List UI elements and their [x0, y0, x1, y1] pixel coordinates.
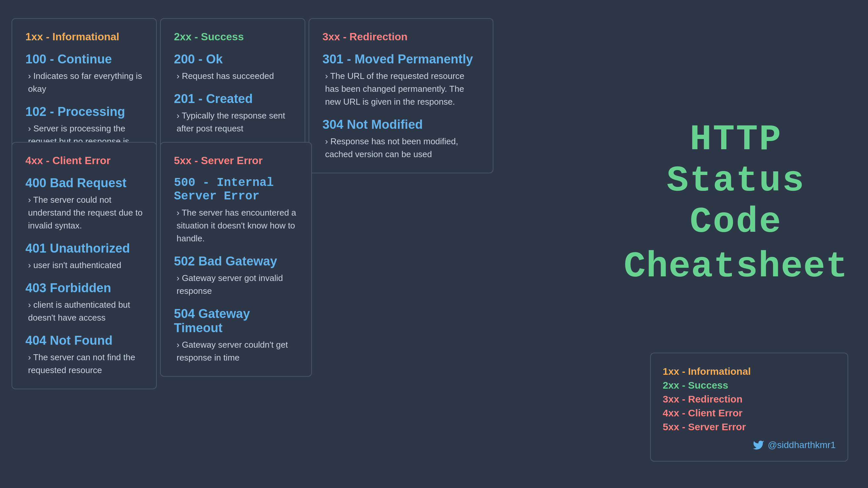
status-code-504: 504 Gateway Timeout [174, 307, 298, 335]
title-line2: Cheatsheet [624, 246, 848, 287]
status-desc-100: › Indicates so far everything is okay [28, 70, 143, 95]
status-code-403: 403 Forbidden [25, 281, 143, 295]
legend-4xx: 4xx - Client Error [663, 407, 836, 419]
legend-2xx: 2xx - Success [663, 380, 836, 391]
status-desc-401: › user isn't authenticated [28, 259, 143, 272]
card-3xx: 3xx - Redirection 301 - Moved Permanentl… [309, 18, 493, 173]
status-desc-500: › The server has encountered a situation… [177, 206, 298, 245]
status-code-304: 304 Not Modified [322, 118, 479, 132]
category-label-3xx: 3xx - Redirection [322, 31, 479, 43]
main-container: 1xx - Informational 100 - Continue › Ind… [0, 0, 868, 488]
status-desc-403: › client is authenticated but doesn't ha… [28, 299, 143, 324]
status-code-400: 400 Bad Request [25, 176, 143, 190]
status-desc-200: › Request has succeeded [177, 70, 291, 83]
status-desc-504: › Gateway server couldn't get response i… [177, 338, 298, 364]
status-code-201: 201 - Created [174, 92, 291, 106]
category-label-4xx: 4xx - Client Error [25, 155, 143, 167]
status-desc-201: › Typically the response sent after post… [177, 109, 291, 135]
category-label-5xx: 5xx - Server Error [174, 155, 298, 167]
legend-3xx: 3xx - Redirection [663, 394, 836, 405]
status-desc-502: › Gateway server got invalid response [177, 272, 298, 298]
status-code-301: 301 - Moved Permanently [322, 52, 479, 66]
category-label-1xx: 1xx - Informational [25, 31, 143, 43]
status-code-200: 200 - Ok [174, 52, 291, 66]
status-code-102: 102 - Processing [25, 105, 143, 119]
status-code-500: 500 - Internal Server Error [174, 176, 298, 203]
twitter-handle: @siddharthkmr1 [768, 440, 836, 450]
status-desc-400: › The server could not understand the re… [28, 193, 143, 232]
twitter-icon [752, 439, 764, 451]
status-code-502: 502 Bad Gateway [174, 254, 298, 268]
legend-box: 1xx - Informational 2xx - Success 3xx - … [650, 353, 848, 462]
status-code-404: 404 Not Found [25, 333, 143, 348]
status-desc-301: › The URL of the requested resource has … [325, 70, 479, 108]
card-5xx: 5xx - Server Error 500 - Internal Server… [160, 142, 312, 377]
status-desc-304: › Response has not been modified, cached… [325, 135, 479, 161]
card-2xx: 2xx - Success 200 - Ok › Request has suc… [160, 18, 305, 148]
card-4xx: 4xx - Client Error 400 Bad Request › The… [11, 142, 157, 389]
status-desc-404: › The server can not find the requested … [28, 351, 143, 377]
legend-5xx: 5xx - Server Error [663, 421, 836, 432]
status-code-401: 401 Unauthorized [25, 241, 143, 255]
legend-1xx: 1xx - Informational [663, 366, 836, 377]
status-code-100: 100 - Continue [25, 52, 143, 66]
category-label-2xx: 2xx - Success [174, 31, 291, 43]
title-line1: HTTP Status Code [624, 119, 848, 243]
main-title: HTTP Status Code Cheatsheet [624, 119, 848, 287]
